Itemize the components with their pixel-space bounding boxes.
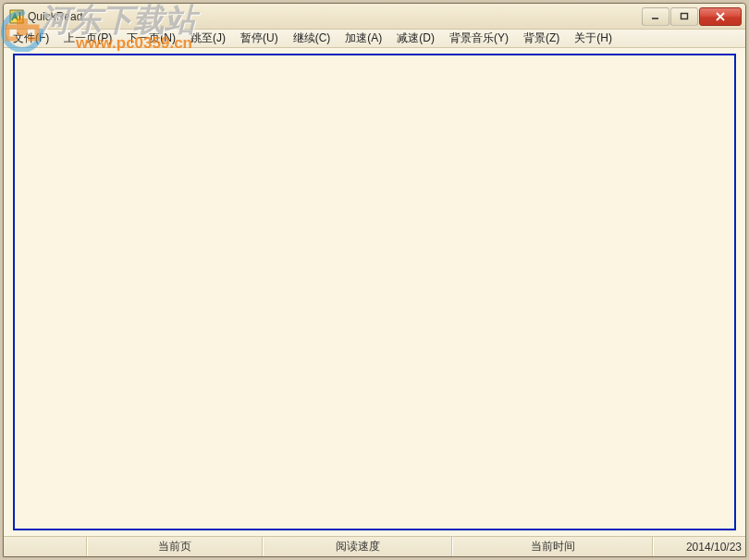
app-icon [9, 9, 24, 24]
svg-rect-2 [681, 13, 688, 18]
menu-file[interactable]: 文件(F) [6, 30, 56, 47]
status-current-page: 当前页 [87, 537, 263, 556]
window-controls [642, 7, 742, 26]
menu-background[interactable]: 背景(Z) [516, 30, 567, 47]
status-current-time: 当前时间 [452, 537, 653, 556]
statusbar: 当前页 阅读速度 当前时间 2014/10/23 [4, 536, 745, 556]
content-area [4, 48, 745, 536]
status-date-value: 2014/10/23 [686, 541, 742, 554]
window-title: QuickRead [28, 10, 642, 23]
close-button[interactable] [699, 7, 742, 26]
titlebar[interactable]: QuickRead [4, 4, 745, 30]
menu-next-page[interactable]: 下一页(N) [119, 30, 183, 47]
menu-prev-page[interactable]: 上一页(P) [56, 30, 119, 47]
status-current-time-label: 当前时间 [531, 539, 575, 554]
status-read-speed-label: 阅读速度 [336, 539, 380, 554]
menu-speed-up[interactable]: 加速(A) [338, 30, 389, 47]
menu-pause[interactable]: 暂停(U) [233, 30, 286, 47]
menu-slow-down[interactable]: 减速(D) [389, 30, 442, 47]
menu-jump-to[interactable]: 跳至(J) [183, 30, 233, 47]
app-window: QuickRead 文件(F) 上一页(P) 下一页(N) 跳至(J) 暂停(U… [3, 3, 746, 557]
status-current-page-label: 当前页 [158, 539, 191, 554]
reader-panel[interactable] [13, 54, 736, 530]
menu-bg-music[interactable]: 背景音乐(Y) [442, 30, 516, 47]
status-read-speed: 阅读速度 [263, 537, 452, 556]
menu-about[interactable]: 关于(H) [567, 30, 620, 47]
status-date: 2014/10/23 [653, 537, 745, 556]
menubar: 文件(F) 上一页(P) 下一页(N) 跳至(J) 暂停(U) 继续(C) 加速… [4, 30, 745, 48]
maximize-button[interactable] [670, 7, 698, 26]
menu-continue[interactable]: 继续(C) [286, 30, 338, 47]
minimize-button[interactable] [642, 7, 669, 26]
status-spacer-left [4, 537, 87, 556]
